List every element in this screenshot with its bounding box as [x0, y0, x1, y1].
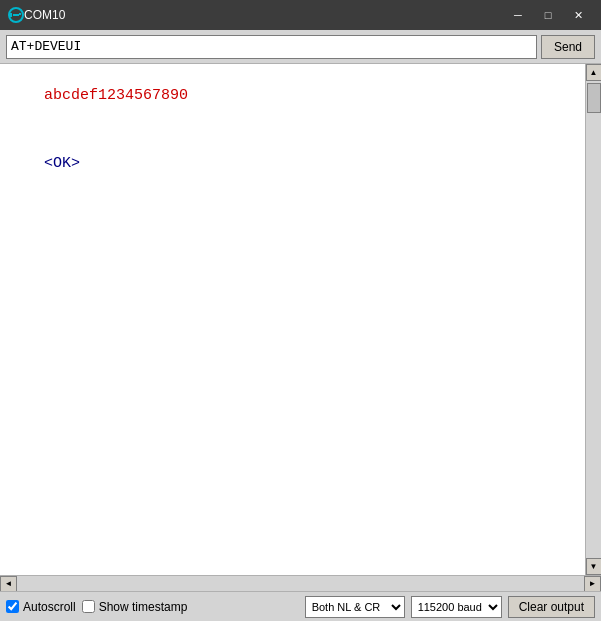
- arduino-icon: [8, 7, 24, 23]
- timestamp-checkbox[interactable]: [82, 600, 95, 613]
- window-controls: ─ □ ✕: [503, 0, 593, 30]
- close-button[interactable]: ✕: [563, 0, 593, 30]
- scroll-down-button[interactable]: ▼: [586, 558, 602, 575]
- title-bar: COM10 ─ □ ✕: [0, 0, 601, 30]
- timestamp-label[interactable]: Show timestamp: [82, 600, 188, 614]
- horizontal-scrollbar: ◄ ►: [0, 575, 601, 591]
- ok-output-line: <OK>: [44, 155, 80, 172]
- autoscroll-label[interactable]: Autoscroll: [6, 600, 76, 614]
- scroll-thumb[interactable]: [587, 83, 601, 113]
- scroll-right-button[interactable]: ►: [584, 576, 601, 592]
- status-bar: Autoscroll Show timestamp Both NL & CR N…: [0, 591, 601, 621]
- scroll-up-button[interactable]: ▲: [586, 64, 602, 81]
- h-scroll-track[interactable]: [17, 576, 584, 592]
- clear-output-button[interactable]: Clear output: [508, 596, 595, 618]
- command-input[interactable]: [6, 35, 537, 59]
- output-container: abcdef1234567890 <OK> ▲ ▼: [0, 64, 601, 575]
- scroll-left-button[interactable]: ◄: [0, 576, 17, 592]
- minimize-button[interactable]: ─: [503, 0, 533, 30]
- vertical-scrollbar[interactable]: ▲ ▼: [585, 64, 601, 575]
- autoscroll-checkbox[interactable]: [6, 600, 19, 613]
- send-button[interactable]: Send: [541, 35, 595, 59]
- baud-rate-select[interactable]: 115200 baud 300 baud 1200 baud 2400 baud…: [411, 596, 502, 618]
- autoscroll-text: Autoscroll: [23, 600, 76, 614]
- output-text: abcdef1234567890 <OK>: [0, 64, 585, 575]
- maximize-button[interactable]: □: [533, 0, 563, 30]
- data-output-line: abcdef1234567890: [44, 87, 188, 104]
- line-ending-select[interactable]: Both NL & CR No line ending Newline Carr…: [305, 596, 405, 618]
- window-title: COM10: [24, 8, 503, 22]
- timestamp-text: Show timestamp: [99, 600, 188, 614]
- toolbar: Send: [0, 30, 601, 64]
